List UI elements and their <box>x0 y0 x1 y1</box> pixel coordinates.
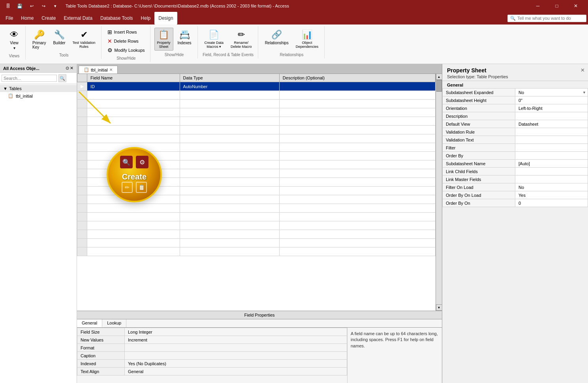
prop-value[interactable]: [Auto] <box>515 160 588 168</box>
sidebar-search-btn[interactable]: 🔍 <box>58 74 66 82</box>
menu-help[interactable]: Help <box>137 12 155 25</box>
table-row[interactable] <box>77 126 436 134</box>
prop-value[interactable] <box>515 144 588 152</box>
prop-value[interactable] <box>515 128 588 136</box>
delete-rows-button[interactable]: ✕ Delete Rows <box>105 37 147 45</box>
undo-qat-btn[interactable]: ↩ <box>27 1 36 11</box>
modify-lookups-button[interactable]: ⚙ Modify Lookups <box>105 46 147 55</box>
app-icon-btn[interactable]: 🗄 <box>3 1 13 11</box>
redo-qat-btn[interactable]: ↪ <box>39 1 48 11</box>
prop-value[interactable] <box>515 136 588 144</box>
prop-row: Validation Rule <box>443 128 588 136</box>
builder-button[interactable]: 🔧 Builder <box>50 28 68 47</box>
relationships-button[interactable]: 🔗 Relationships <box>262 28 291 47</box>
property-sheet-close-btn[interactable]: ✕ <box>580 67 585 73</box>
sidebar-close-btn[interactable]: ✕ <box>70 66 73 71</box>
field-prop-row: Caption <box>77 352 347 360</box>
field-props-content: Field Size Long Integer New Values Incre… <box>77 328 442 383</box>
prop-value[interactable]: Datasheet <box>515 120 588 128</box>
table-row[interactable] <box>77 204 436 213</box>
scroll-down-btn[interactable]: ▼ <box>436 304 442 311</box>
field-prop-value[interactable]: Long Integer <box>125 328 347 336</box>
tab-tbl-initial[interactable]: 📋 tbl_initial ✕ <box>79 66 118 74</box>
view-button[interactable]: 👁 View ▾ <box>6 28 22 52</box>
sidebar-item-tbl-initial[interactable]: 📋 tbl_initial <box>0 92 77 100</box>
prop-value[interactable]: Left-to-Right <box>515 104 588 112</box>
object-dependencies-button[interactable]: 📊 ObjectDependencies <box>293 28 321 51</box>
table-row[interactable] <box>77 221 436 230</box>
prop-value[interactable]: No <box>515 183 588 191</box>
customize-qat-btn[interactable]: ▾ <box>51 1 60 11</box>
field-props-title: Field Properties <box>244 313 274 317</box>
circle-bottom-icon-1: ✏ <box>122 182 133 193</box>
scroll-up-btn[interactable]: ▲ <box>436 74 442 80</box>
scroll-thumb[interactable] <box>436 80 442 92</box>
sidebar-options-btn[interactable]: ⊙ <box>66 66 69 71</box>
field-props-tab-lookup[interactable]: Lookup <box>102 319 126 327</box>
field-prop-value[interactable]: General <box>125 368 347 375</box>
prop-row: Default View Datasheet <box>443 120 588 128</box>
test-validation-button[interactable]: ✔ Test ValidationRules <box>70 28 98 51</box>
title-bar: 🗄 💾 ↩ ↪ ▾ Table Tools Database2 : Databa… <box>0 0 588 12</box>
menu-file[interactable]: File <box>2 12 17 25</box>
sidebar-search-input[interactable] <box>2 75 57 82</box>
table-row[interactable] <box>77 247 436 256</box>
menu-design[interactable]: Design <box>154 12 177 25</box>
field-prop-value[interactable] <box>125 344 347 352</box>
prop-value[interactable] <box>515 152 588 160</box>
prop-value[interactable]: 0" <box>515 96 588 104</box>
menu-home[interactable]: Home <box>17 12 38 25</box>
minimize-btn[interactable]: ─ <box>529 0 547 12</box>
prop-value[interactable]: No▼ <box>515 89 588 96</box>
table-row[interactable] <box>77 117 436 126</box>
table-row[interactable] <box>77 91 436 100</box>
menu-database-tools[interactable]: Database Tools <box>96 12 137 25</box>
description-cell[interactable] <box>279 82 435 91</box>
field-props-table: Field Size Long Integer New Values Incre… <box>77 328 347 383</box>
property-sheet-button[interactable]: 📋 PropertySheet <box>154 28 173 51</box>
tab-close-btn[interactable]: ✕ <box>109 68 113 72</box>
indexes-button[interactable]: 📇 Indexes <box>175 28 194 47</box>
table-row[interactable] <box>77 100 436 108</box>
field-prop-value[interactable]: Increment <box>125 336 347 344</box>
prop-value[interactable]: 0 <box>515 199 588 207</box>
sidebar-tables-header[interactable]: ▼ Tables <box>0 85 77 92</box>
prop-value[interactable] <box>515 175 588 183</box>
table-row[interactable] <box>77 239 436 247</box>
menu-create[interactable]: Create <box>38 12 60 25</box>
field-prop-label: Caption <box>77 352 125 360</box>
save-qat-btn[interactable]: 💾 <box>15 1 24 11</box>
modify-lookups-icon: ⚙ <box>107 47 113 53</box>
rename-delete-macro-button[interactable]: ✏ Rename/Delete Macro <box>228 28 255 51</box>
menu-bar: File Home Create External Data Database … <box>0 12 588 25</box>
table-row[interactable] <box>77 213 436 221</box>
field-prop-row: Indexed Yes (No Duplicates) <box>77 360 347 368</box>
create-data-macros-button[interactable]: 📄 Create DataMacros ▾ <box>202 28 227 51</box>
search-box[interactable]: 🔍 <box>507 15 586 22</box>
dropdown-arrow-icon: ▼ <box>582 91 586 94</box>
prop-label: Filter <box>443 144 515 152</box>
menu-external-data[interactable]: External Data <box>60 12 96 25</box>
table-row[interactable] <box>77 230 436 239</box>
field-name-cell[interactable]: ID <box>87 82 180 91</box>
table-row[interactable] <box>77 108 436 117</box>
search-input[interactable] <box>517 16 580 21</box>
indexes-label: Indexes <box>178 41 192 45</box>
prop-label: Order By On Load <box>443 191 515 199</box>
field-prop-value[interactable]: Yes (No Duplicates) <box>125 360 347 368</box>
close-btn[interactable]: ✕ <box>567 0 585 12</box>
table-row[interactable]: ▶ ID AutoNumber <box>77 82 436 91</box>
prop-value[interactable] <box>515 168 588 175</box>
vertical-scrollbar[interactable]: ▲ ▼ <box>436 74 442 311</box>
insert-rows-button[interactable]: ⊞ Insert Rows <box>105 28 147 36</box>
prop-value[interactable] <box>515 112 588 120</box>
data-type-cell[interactable]: AutoNumber <box>180 82 279 91</box>
rename-macro-label: Rename/Delete Macro <box>231 41 252 49</box>
primary-key-button[interactable]: 🔑 PrimaryKey <box>30 28 49 51</box>
table-row[interactable] <box>77 134 436 143</box>
field-props-tab-general[interactable]: General <box>77 319 102 327</box>
maximize-btn[interactable]: □ <box>548 0 566 12</box>
prop-value[interactable]: Yes <box>515 191 588 199</box>
field-prop-value[interactable] <box>125 352 347 360</box>
key-icon: 🔑 <box>34 30 45 40</box>
